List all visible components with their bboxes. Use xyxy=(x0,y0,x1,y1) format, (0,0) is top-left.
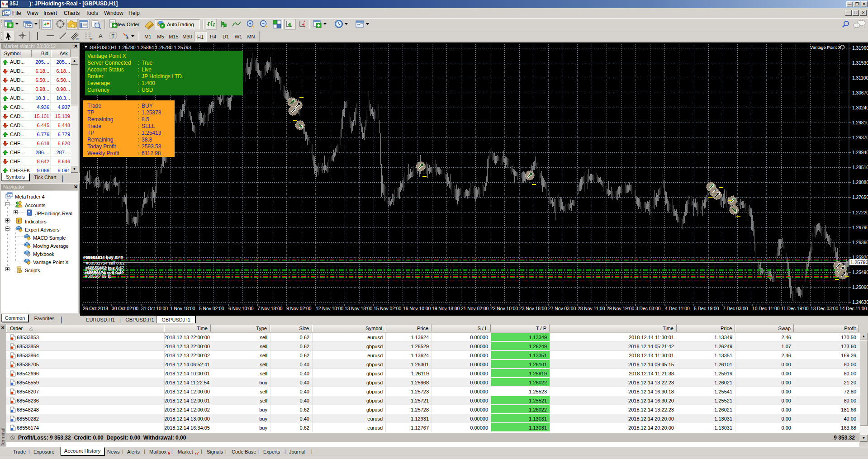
svg-text:T: T xyxy=(112,33,115,39)
svg-text:14 Dec 11:00: 14 Dec 11:00 xyxy=(840,306,867,311)
svg-text:1.29370: 1.29370 xyxy=(852,135,868,140)
svg-text:31 Oct 10:00: 31 Oct 10:00 xyxy=(141,306,168,311)
svg-text:28 Nov 11:00: 28 Nov 11:00 xyxy=(578,306,605,311)
svg-text:Vantage Point X: Vantage Point X xyxy=(810,45,841,50)
svg-text:E: E xyxy=(76,37,79,41)
svg-text:1.25490: 1.25490 xyxy=(852,270,868,275)
svg-text:11 Dec 19:00: 11 Dec 19:00 xyxy=(781,306,809,311)
svg-text:1.25793: 1.25793 xyxy=(850,260,868,265)
svg-text:F: F xyxy=(90,37,93,41)
svg-text:5 Dec 19:00: 5 Dec 19:00 xyxy=(694,306,719,311)
svg-text:19 Nov 18:00: 19 Nov 18:00 xyxy=(432,306,460,311)
svg-text:13 Dec 03:00: 13 Dec 03:00 xyxy=(811,306,839,311)
svg-text:#68551834 tp 0.40: #68551834 tp 0.40 xyxy=(83,255,119,260)
svg-text:16 Nov 10:00: 16 Nov 10:00 xyxy=(403,306,431,311)
svg-text:1.27220: 1.27220 xyxy=(852,210,868,215)
svg-text:1.27650: 1.27650 xyxy=(852,195,868,200)
svg-text:5 Nov 02:00: 5 Nov 02:00 xyxy=(199,306,224,311)
svg-text:26 Oct 2018: 26 Oct 2018 xyxy=(83,306,108,311)
svg-text:9 Nov 02:00: 9 Nov 02:00 xyxy=(286,306,312,311)
svg-text:1.26790: 1.26790 xyxy=(852,225,868,230)
svg-text:GBPUSD,H1 1.25780 1.25864 1.2: GBPUSD,H1 1.25780 1.25864 1.25780 1.2579… xyxy=(90,45,191,50)
svg-text:1.30670: 1.30670 xyxy=(852,90,868,95)
svg-text:1.25060: 1.25060 xyxy=(852,285,868,290)
svg-text:15 Nov 02:00: 15 Nov 02:00 xyxy=(374,306,402,311)
svg-text:27 Nov 03:00: 27 Nov 03:00 xyxy=(548,306,576,311)
svg-text:23 Nov 18:00: 23 Nov 18:00 xyxy=(519,306,547,311)
svg-text:10 Dec 11:00: 10 Dec 11:00 xyxy=(752,306,780,311)
svg-text:1.28080: 1.28080 xyxy=(852,180,868,185)
svg-text:1.28940: 1.28940 xyxy=(852,150,868,155)
svg-text:1.30240: 1.30240 xyxy=(852,105,868,110)
svg-text:21 Nov 02:00: 21 Nov 02:00 xyxy=(461,306,489,311)
svg-text:1.31530: 1.31530 xyxy=(852,61,868,66)
svg-text:29 Nov 19:00: 29 Nov 19:00 xyxy=(607,306,635,311)
svg-text:13 Nov 18:00: 13 Nov 18:00 xyxy=(345,306,373,311)
svg-text:1.26360: 1.26360 xyxy=(852,240,868,245)
svg-text:12 Nov 10:00: 12 Nov 10:00 xyxy=(316,306,344,311)
svg-text:1.31960: 1.31960 xyxy=(852,46,868,51)
svg-text:22 Nov 10:00: 22 Nov 10:00 xyxy=(490,306,518,311)
svg-text:1.28510: 1.28510 xyxy=(852,165,868,170)
svg-text:7 Nov 18:00: 7 Nov 18:00 xyxy=(257,306,283,311)
svg-text:A: A xyxy=(99,33,103,39)
svg-text:7 Dec 03:00: 7 Dec 03:00 xyxy=(723,306,748,311)
svg-text:4 Dec 11:00: 4 Dec 11:00 xyxy=(665,306,690,311)
svg-text:3 Dec 03:00: 3 Dec 03:00 xyxy=(636,306,661,311)
svg-text:1.24630: 1.24630 xyxy=(852,300,868,305)
svg-text:1.29810: 1.29810 xyxy=(852,120,868,125)
svg-text:#68550489 tp: #68550489 tp xyxy=(85,274,111,279)
svg-text:6 Nov 10:00: 6 Nov 10:00 xyxy=(228,306,254,311)
svg-text:1.31100: 1.31100 xyxy=(852,76,868,80)
svg-text:1 Nov 18:00: 1 Nov 18:00 xyxy=(170,306,195,311)
svg-text:30 Oct 02:00: 30 Oct 02:00 xyxy=(112,306,138,311)
